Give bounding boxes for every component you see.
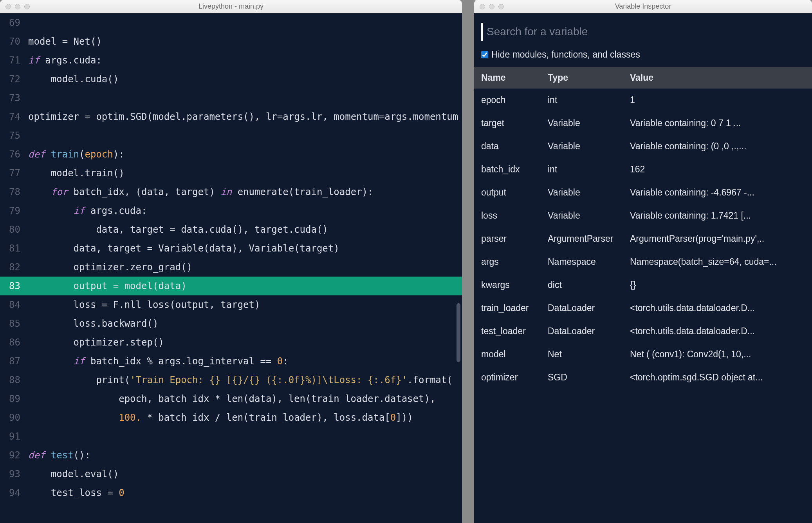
code-line[interactable]: 79 if args.cuda:	[0, 201, 462, 220]
minimize-icon[interactable]	[15, 4, 20, 9]
code-line[interactable]: 86 optimizer.step()	[0, 333, 462, 352]
code-line[interactable]: 82 optimizer.zero_grad()	[0, 258, 462, 277]
table-row[interactable]: batch_idxint162	[474, 158, 812, 181]
code-content[interactable]: model.cuda()	[26, 70, 462, 89]
cell-value: Namespace(batch_size=64, cuda=...	[623, 250, 812, 273]
table-row[interactable]: outputVariableVariable containing: -4.69…	[474, 181, 812, 204]
table-row[interactable]: dataVariableVariable containing: (0 ,0 ,…	[474, 135, 812, 158]
cell-value: Variable containing: (0 ,0 ,.,...	[623, 135, 812, 158]
table-row[interactable]: epochint1	[474, 89, 812, 112]
code-line[interactable]: 70model = Net()	[0, 32, 462, 51]
line-number: 88	[0, 371, 26, 389]
line-number: 74	[0, 107, 26, 126]
cell-name: data	[474, 135, 541, 158]
code-content[interactable]: def train(epoch):	[26, 145, 462, 164]
code-content[interactable]: data, target = data.cuda(), target.cuda(…	[26, 220, 462, 239]
zoom-icon[interactable]	[498, 4, 504, 9]
table-row[interactable]: argsNamespaceNamespace(batch_size=64, cu…	[474, 250, 812, 273]
code-line[interactable]: 69	[0, 13, 462, 32]
code-line[interactable]: 72 model.cuda()	[0, 70, 462, 89]
window-controls	[5, 4, 30, 9]
code-line[interactable]: 73	[0, 89, 462, 107]
minimize-icon[interactable]	[489, 4, 494, 9]
code-line[interactable]: 74optimizer = optim.SGD(model.parameters…	[0, 107, 462, 126]
code-line[interactable]: 85 loss.backward()	[0, 314, 462, 333]
cell-name: epoch	[474, 89, 541, 112]
code-content[interactable]: model.eval()	[26, 465, 462, 483]
line-number: 82	[0, 258, 26, 277]
code-line[interactable]: 78 for batch_idx, (data, target) in enum…	[0, 183, 462, 201]
line-number: 93	[0, 465, 26, 483]
col-header-name[interactable]: Name	[474, 67, 541, 89]
code-line[interactable]: 94 test_loss = 0	[0, 483, 462, 502]
code-content[interactable]: 100. * batch_idx / len(train_loader), lo…	[26, 408, 462, 427]
code-content[interactable]: if batch_idx % args.log_interval == 0:	[26, 352, 462, 371]
code-content[interactable]: loss = F.nll_loss(output, target)	[26, 295, 462, 314]
code-line[interactable]: 93 model.eval()	[0, 465, 462, 483]
table-row[interactable]: train_loaderDataLoader<torch.utils.data.…	[474, 297, 812, 320]
code-content[interactable]: if args.cuda:	[26, 51, 462, 70]
code-content[interactable]: model.train()	[26, 164, 462, 183]
code-line[interactable]: 90 100. * batch_idx / len(train_loader),…	[0, 408, 462, 427]
code-content[interactable]	[26, 427, 462, 446]
search-box	[481, 23, 805, 41]
code-content[interactable]	[26, 89, 462, 107]
code-line[interactable]: 81 data, target = Variable(data), Variab…	[0, 239, 462, 258]
code-content[interactable]	[26, 126, 462, 145]
code-line[interactable]: 91	[0, 427, 462, 446]
code-line[interactable]: 83 output = model(data)	[0, 277, 462, 295]
line-number: 84	[0, 295, 26, 314]
code-line[interactable]: 92def test():	[0, 446, 462, 465]
close-icon[interactable]	[480, 4, 485, 9]
code-area[interactable]: 6970model = Net()71if args.cuda:72 model…	[0, 13, 462, 523]
code-content[interactable]: test_loss = 0	[26, 483, 462, 502]
code-content[interactable]: if args.cuda:	[26, 201, 462, 220]
code-content[interactable]: optimizer = optim.SGD(model.parameters()…	[26, 107, 462, 126]
editor-scrollbar[interactable]	[457, 303, 460, 362]
table-row[interactable]: test_loaderDataLoader<torch.utils.data.d…	[474, 320, 812, 343]
code-content[interactable]: model = Net()	[26, 32, 462, 51]
table-row[interactable]: kwargsdict{}	[474, 273, 812, 297]
search-input[interactable]	[487, 25, 805, 38]
code-content[interactable]: loss.backward()	[26, 314, 462, 333]
code-line[interactable]: 76def train(epoch):	[0, 145, 462, 164]
col-header-value[interactable]: Value	[623, 67, 812, 89]
code-content[interactable]: optimizer.step()	[26, 333, 462, 352]
code-line[interactable]: 84 loss = F.nll_loss(output, target)	[0, 295, 462, 314]
cell-name: batch_idx	[474, 158, 541, 181]
hide-modules-checkbox[interactable]	[481, 51, 488, 58]
close-icon[interactable]	[5, 4, 11, 9]
code-line[interactable]: 75	[0, 126, 462, 145]
cell-value: Variable containing: 0 7 1 ...	[623, 112, 812, 135]
cell-value: {}	[623, 273, 812, 297]
cell-type: DataLoader	[541, 297, 623, 320]
code-line[interactable]: 89 epoch, batch_idx * len(data), len(tra…	[0, 389, 462, 408]
code-content[interactable]: print('Train Epoch: {} [{}/{} ({:.0f}%)]…	[26, 371, 462, 389]
code-content[interactable]: for batch_idx, (data, target) in enumera…	[26, 183, 462, 201]
code-line[interactable]: 80 data, target = data.cuda(), target.cu…	[0, 220, 462, 239]
code-content[interactable]: data, target = Variable(data), Variable(…	[26, 239, 462, 258]
cell-type: SGD	[541, 366, 623, 389]
code-line[interactable]: 71if args.cuda:	[0, 51, 462, 70]
table-row[interactable]: modelNetNet ( (conv1): Conv2d(1, 10,...	[474, 343, 812, 366]
col-header-type[interactable]: Type	[541, 67, 623, 89]
code-line[interactable]: 77 model.train()	[0, 164, 462, 183]
code-content[interactable]: epoch, batch_idx * len(data), len(train_…	[26, 389, 462, 408]
code-line[interactable]: 88 print('Train Epoch: {} [{}/{} ({:.0f}…	[0, 371, 462, 389]
zoom-icon[interactable]	[24, 4, 30, 9]
code-content[interactable]: output = model(data)	[26, 277, 462, 295]
line-number: 77	[0, 164, 26, 183]
code-content[interactable]: optimizer.zero_grad()	[26, 258, 462, 277]
editor-title: Livepython - main.py	[198, 2, 263, 11]
table-row[interactable]: optimizerSGD<torch.optim.sgd.SGD object …	[474, 366, 812, 389]
table-row[interactable]: lossVariableVariable containing: 1.7421 …	[474, 204, 812, 227]
cell-type: Variable	[541, 112, 623, 135]
code-content[interactable]	[26, 13, 462, 32]
cell-value: ArgumentParser(prog='main.py',..	[623, 227, 812, 250]
inspector-titlebar[interactable]: Variable Inspector	[474, 0, 812, 13]
code-content[interactable]: def test():	[26, 446, 462, 465]
editor-titlebar[interactable]: Livepython - main.py	[0, 0, 462, 13]
table-row[interactable]: parserArgumentParserArgumentParser(prog=…	[474, 227, 812, 250]
table-row[interactable]: targetVariableVariable containing: 0 7 1…	[474, 112, 812, 135]
code-line[interactable]: 87 if batch_idx % args.log_interval == 0…	[0, 352, 462, 371]
